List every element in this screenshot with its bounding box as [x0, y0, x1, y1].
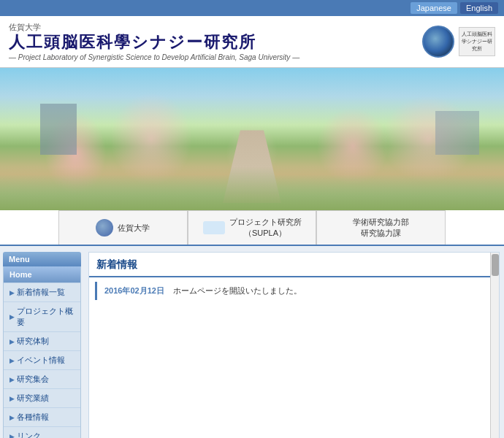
header: 佐賀大学 人工頭脳医科學シナジー研究所 ― Project Laboratory…	[0, 16, 504, 68]
institute-title-jp: 人工頭脳医科學シナジー研究所	[9, 33, 299, 52]
emblem-icon	[422, 26, 454, 58]
hero-building-left	[40, 104, 77, 155]
tab-research-office[interactable]: 学術研究協力部 研究協力課	[316, 210, 446, 245]
arrow-icon: ▶	[9, 338, 15, 345]
tab-saga-label: 佐賀大学	[118, 223, 150, 234]
language-japanese-button[interactable]: Japanese	[411, 2, 457, 14]
sidebar-menu-header: Menu	[3, 252, 81, 266]
arrow-icon: ▶	[9, 433, 15, 438]
scrollbar-thumb[interactable]	[492, 254, 499, 276]
sidebar-item-news-list[interactable]: ▶ 新着情報一覧	[4, 283, 80, 302]
tab-project-label: プロジェクト研究所 （SUPLA）	[229, 217, 302, 239]
sidebar-item-research-system[interactable]: ▶ 研究体制	[4, 332, 80, 351]
header-left: 佐賀大学 人工頭脳医科學シナジー研究所 ― Project Laboratory…	[9, 22, 299, 61]
language-english-button[interactable]: English	[460, 2, 498, 14]
sidebar-item-links[interactable]: ▶ リンク	[4, 427, 80, 438]
saga-university-icon	[96, 219, 113, 237]
arrow-icon: ▶	[9, 376, 15, 383]
arrow-icon: ▶	[9, 313, 15, 320]
content-title: 新着情報	[89, 253, 499, 277]
sidebar-item-home[interactable]: Home	[4, 266, 80, 283]
header-right: 人工頭脳医科学シナジー研究所	[422, 26, 495, 58]
tab-saga-university[interactable]: 佐賀大学	[58, 210, 188, 245]
sidebar-item-misc-info[interactable]: ▶ 各種情報	[4, 408, 80, 427]
tab-research-label: 学術研究協力部 研究協力課	[353, 217, 409, 239]
arrow-icon: ▶	[9, 357, 15, 364]
arrow-icon: ▶	[9, 289, 15, 296]
hero-image	[0, 68, 504, 210]
sidebar-item-research-meetings[interactable]: ▶ 研究集会	[4, 370, 80, 389]
university-name: 佐賀大学	[9, 22, 299, 33]
institute-subtitle: ― Project Laboratory of Synergistic Scie…	[9, 53, 299, 61]
sidebar-item-project-overview[interactable]: ▶ プロジェクト概要	[4, 302, 80, 332]
news-item: 2016年02月12日 ホームページを開設いたしました。	[95, 282, 493, 300]
sidebar-item-events[interactable]: ▶ イベント情報	[4, 351, 80, 370]
sidebar-item-research-results[interactable]: ▶ 研究業績	[4, 389, 80, 408]
tab-project-lab[interactable]: プロジェクト研究所 （SUPLA）	[188, 210, 317, 245]
hero-road	[223, 130, 281, 203]
main-content: Menu Home ▶ 新着情報一覧 ▶ プロジェクト概要 ▶ 研究体制 ▶ イ…	[0, 246, 504, 438]
sidebar-menu: Home ▶ 新着情報一覧 ▶ プロジェクト概要 ▶ 研究体制 ▶ イベント情報…	[3, 266, 81, 438]
sidebar: Menu Home ▶ 新着情報一覧 ▶ プロジェクト概要 ▶ 研究体制 ▶ イ…	[0, 246, 84, 438]
content-area: 新着情報 2016年02月12日 ホームページを開設いたしました。 過去の情報一…	[88, 252, 500, 438]
news-text: ホームページを開設いたしました。	[173, 285, 302, 296]
hero-building-right	[435, 111, 479, 155]
arrow-icon: ▶	[9, 395, 15, 402]
arrow-icon: ▶	[9, 414, 15, 421]
scrollbar[interactable]	[490, 253, 499, 438]
news-date: 2016年02月12日	[104, 285, 164, 296]
nav-tabs: 佐賀大学 プロジェクト研究所 （SUPLA） 学術研究協力部 研究協力課	[0, 210, 504, 246]
top-bar: Japanese English	[0, 0, 504, 16]
supla-icon	[203, 221, 225, 234]
institute-card: 人工頭脳医科学シナジー研究所	[459, 27, 495, 56]
